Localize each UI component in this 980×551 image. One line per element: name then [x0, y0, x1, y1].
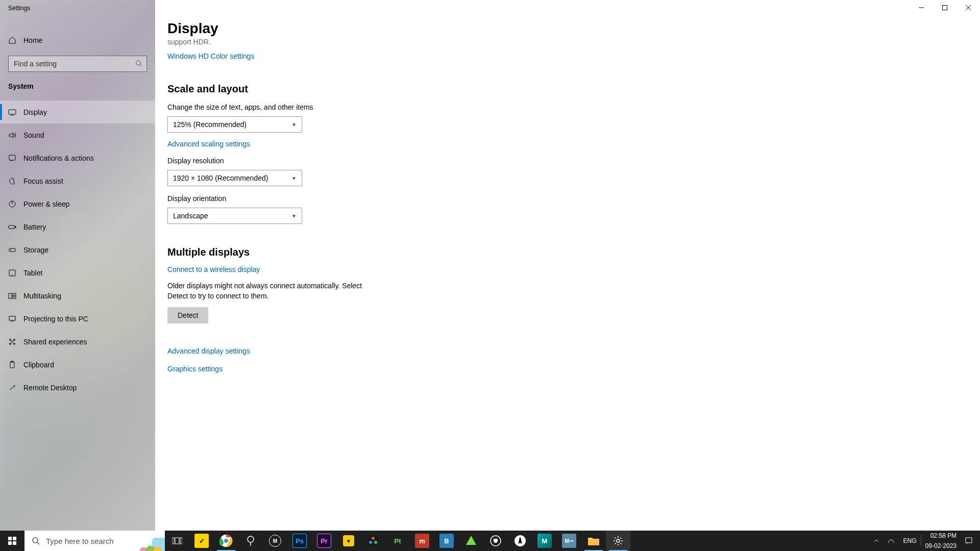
svg-point-40: [617, 539, 620, 542]
taskbar-app-5[interactable]: m: [410, 531, 434, 551]
taskbar-file-explorer[interactable]: [581, 531, 606, 551]
svg-rect-12: [9, 316, 15, 320]
dropdown-text-size-value: 125% (Recommended): [173, 120, 247, 129]
taskbar-substance-painter[interactable]: Pt: [385, 531, 410, 551]
search-input[interactable]: [9, 56, 146, 71]
sidebar-item-clipboard[interactable]: Clipboard: [0, 353, 155, 376]
sidebar-item-focus-assist[interactable]: Focus assist: [0, 169, 155, 192]
focus-assist-icon: [8, 177, 16, 185]
sidebar-search[interactable]: [8, 56, 147, 72]
sidebar-item-tablet[interactable]: Tablet: [0, 261, 155, 284]
svg-rect-5: [15, 227, 16, 228]
taskbar-pinned: ✓ M Ps Pr ▾ Pt m B M Msfa: [165, 531, 630, 551]
svg-rect-21: [13, 537, 16, 540]
taskbar-chrome[interactable]: [214, 531, 238, 551]
svg-rect-4: [9, 226, 15, 229]
display-icon: [8, 108, 16, 116]
tray-date: 09-02-2023: [925, 542, 957, 549]
taskbar-app-3[interactable]: M: [263, 531, 287, 551]
svg-rect-23: [13, 541, 16, 545]
tray-overflow[interactable]: [870, 531, 883, 551]
window-controls: [910, 0, 980, 15]
tray-clock[interactable]: 02:58 PM 09-02-2023: [921, 531, 961, 551]
storage-icon: [8, 246, 16, 254]
sidebar-item-label: Clipboard: [23, 361, 54, 369]
tray-icon-1[interactable]: [883, 531, 899, 551]
link-advanced-scaling[interactable]: Advanced scaling settings: [167, 140, 250, 148]
svg-rect-41: [966, 538, 972, 543]
taskbar-app-4[interactable]: ▾: [336, 531, 361, 551]
dropdown-orientation[interactable]: Landscape ▼: [167, 208, 302, 224]
sidebar-item-label: Remote Desktop: [23, 384, 77, 392]
task-view-button[interactable]: [165, 531, 189, 551]
sidebar-item-shared-experiences[interactable]: Shared experiences: [0, 330, 155, 353]
taskbar-maya[interactable]: M: [532, 531, 557, 551]
sidebar-item-battery[interactable]: Battery: [0, 215, 155, 238]
link-wireless-display[interactable]: Connect to a wireless display: [167, 265, 260, 273]
sidebar-item-label: Tablet: [23, 269, 42, 277]
home-icon: [8, 36, 16, 44]
sidebar-item-label: Display: [23, 108, 47, 116]
taskbar-app-8[interactable]: [508, 531, 532, 551]
svg-rect-17: [10, 362, 14, 368]
svg-point-35: [369, 541, 372, 544]
power-icon: [8, 200, 16, 208]
minimize-button[interactable]: [910, 0, 933, 15]
search-icon: [135, 60, 142, 67]
tray-time: 02:58 PM: [930, 532, 957, 539]
link-advanced-display[interactable]: Advanced display settings: [167, 347, 250, 355]
tray-action-center[interactable]: [961, 531, 977, 551]
sidebar-item-label: Shared experiences: [23, 338, 87, 346]
taskbar-app-2[interactable]: [238, 531, 263, 551]
link-hd-color-settings[interactable]: Windows HD Color settings: [167, 52, 254, 60]
sidebar-item-projecting[interactable]: Projecting to this PC: [0, 307, 155, 330]
sidebar-item-display[interactable]: Display: [0, 101, 155, 123]
detect-button[interactable]: Detect: [167, 307, 208, 323]
sidebar-item-remote-desktop[interactable]: Remote Desktop: [0, 376, 155, 399]
sidebar-item-label: Battery: [23, 223, 46, 231]
clipboard-icon: [8, 361, 16, 369]
start-button[interactable]: [0, 531, 24, 551]
taskbar-app-1[interactable]: ✓: [189, 531, 214, 551]
taskbar-unreal[interactable]: [483, 531, 508, 551]
link-graphics-settings[interactable]: Graphics settings: [167, 365, 223, 373]
sidebar-home-label: Home: [23, 36, 42, 44]
sound-icon: [8, 131, 16, 139]
dropdown-resolution[interactable]: 980 × 551 (Recommended) ▼: [167, 170, 302, 186]
dropdown-text-size[interactable]: 125% (Recommended) ▼: [167, 116, 302, 133]
sidebar-home[interactable]: Home: [0, 29, 155, 52]
projecting-icon: [8, 315, 16, 323]
sidebar-item-storage[interactable]: Storage: [0, 238, 155, 261]
maximize-button[interactable]: [933, 0, 957, 15]
tablet-icon: [8, 269, 16, 277]
sidebar-item-label: Projecting to this PC: [23, 315, 88, 323]
search-icon: [32, 537, 40, 545]
sidebar-item-notifications[interactable]: Notifications & actions: [0, 146, 155, 169]
svg-point-34: [372, 537, 375, 540]
svg-rect-11: [13, 296, 16, 298]
taskbar-davinci[interactable]: [361, 531, 385, 551]
search-decoration: [129, 538, 165, 551]
remote-desktop-icon: [8, 384, 16, 392]
notifications-icon: [8, 154, 16, 162]
page-title: Display: [167, 0, 980, 37]
window-title-text: Settings: [8, 5, 30, 12]
svg-rect-19: [943, 6, 947, 10]
svg-rect-2: [9, 155, 15, 160]
taskbar-app-7[interactable]: [459, 531, 483, 551]
taskbar: Type here to search ✓ M Ps Pr ▾ Pt m B M…: [0, 531, 980, 551]
sidebar-item-multitasking[interactable]: Multitasking: [0, 284, 155, 307]
taskbar-premiere[interactable]: Pr: [312, 531, 336, 551]
taskbar-app-6[interactable]: B: [434, 531, 459, 551]
tray-language[interactable]: ENG: [899, 531, 921, 551]
shared-icon: [8, 338, 16, 346]
sidebar-item-sound[interactable]: Sound: [0, 123, 155, 146]
taskbar-settings[interactable]: [606, 531, 630, 551]
taskbar-photoshop[interactable]: Ps: [287, 531, 312, 551]
taskbar-app-9[interactable]: Msfa: [557, 531, 581, 551]
system-tray: ENG 02:58 PM 09-02-2023: [870, 531, 980, 551]
sidebar-item-power-sleep[interactable]: Power & sleep: [0, 192, 155, 215]
svg-rect-20: [8, 537, 12, 540]
taskbar-search[interactable]: Type here to search: [24, 531, 165, 551]
close-button[interactable]: [957, 0, 980, 15]
